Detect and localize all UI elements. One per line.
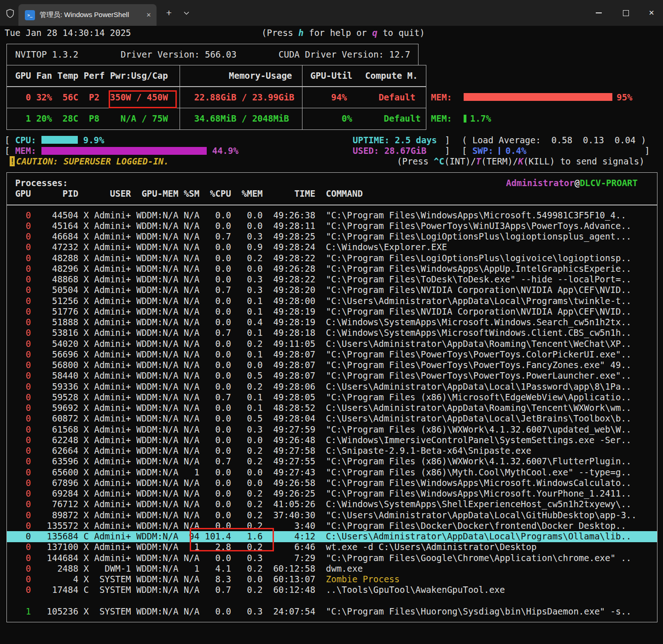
minimize-button[interactable] [588,0,609,26]
process-row: 0 59528 X Admini+ WDDM:N/A N/A 0.7 0.1 4… [5,392,631,403]
process-row: 0 144684 X Admini+ WDDM:N/A N/A 0.0 0.3 … [5,553,631,564]
gpu1-mem-gauge: MEM: 1.7% [431,113,491,124]
process-row: 0 63596 X Admini+ WDDM:N/A N/A 0.7 0.2 4… [5,456,631,467]
tab-close-icon[interactable]: ✕ [143,12,155,18]
load-average: ( Load Average: 0.58 0.13 0.04 ) [462,135,646,146]
panel-border [6,129,426,130]
gpu-table-header-compute: Compute M. [365,70,418,82]
panel-border [6,44,419,44]
process-row: 1 105236 X SYSTEM WDDM:N/A N/A 0.0 0.3 2… [5,606,631,617]
panel-border [418,44,419,65]
mem-usage-bar [41,147,207,155]
uptime: UPTIME: 2.5 days [353,135,437,146]
process-row: 0 65600 X Admini+ WDDM:N/A 1 0.0 0.0 49:… [5,467,631,478]
session-user: Administrator@DLCV-PROART [506,178,638,189]
minimize-icon [596,12,602,13]
gpu0-mem-gauge: MEM: 95% [431,92,633,103]
process-row: 0 48288 X Admini+ WDDM:N/A N/A 0.0 0.2 4… [5,253,631,264]
gpu-table-header-util: GPU-Util [310,70,353,82]
terminal[interactable]: Tue Jan 28 14:30:14 2025 (Press h for he… [0,26,663,644]
process-row: 0 17484 C SYSTEM WDDM:N/A N/A 0.7 0.2 60… [5,585,505,596]
gpu0-row: 0 32% 56C P2 350W / 450W 22.88GiB / 23.9… [5,92,415,103]
panel-border [6,205,657,205]
cuda-version: CUDA Driver Version: 12.7 [279,49,410,60]
process-table-header: GPU PID USER GPU-MEM %SM %CPU %MEM TIME … [5,188,363,199]
dropdown-chevron-icon[interactable] [180,0,192,26]
clock-line: Tue Jan 28 14:30:14 2025 [5,28,131,39]
nvitop-version: NVITOP 1.3.2 [15,49,78,60]
process-row: 0 48868 X Admini+ WDDM:N/A N/A 0.0 0.3 4… [5,274,631,285]
panel-border [426,65,426,129]
caution-cursor: ! [10,156,15,167]
gpu1-mem-bar [464,115,466,123]
panel-border [6,86,426,87]
processes-title: Processes: [15,178,68,189]
process-row: 0 53816 X Admini+ WDDM:N/A N/A 0.7 0.1 4… [5,328,631,339]
gpu-table-header-left: GPU Fan Temp Perf Pwr:Usg/Cap [15,70,168,82]
close-button[interactable]: ✕ [641,0,662,26]
cpu-usage-bar [41,136,78,144]
annotation-box-power [109,90,177,108]
process-row: 0 46684 X Admini+ WDDM:N/A N/A 0.7 0.3 4… [5,231,631,242]
tab-title: 管理员: Windows PowerShell [40,11,143,19]
process-row: 0 51888 X Admini+ WDDM:N/A N/A 0.0 0.4 4… [5,317,631,328]
process-row: 0 61568 X Admini+ WDDM:N/A N/A 0.0 0.3 4… [5,424,631,435]
process-row: 0 51776 X Admini+ WDDM:N/A N/A 0.0 0.1 4… [5,306,631,317]
panel-border [6,65,426,65]
mem-used: USED: 28.67GiB [353,146,426,157]
gpu0-mem-bar [464,93,612,101]
panel-border [6,108,426,108]
process-row: 0 59336 X Admini+ WDDM:N/A N/A 0.0 0.2 4… [5,381,631,392]
process-row: 0 54020 X Admini+ WDDM:N/A N/A 0.0 0.2 4… [5,339,631,350]
process-row: 0 2488 X DWM-1 WDDM:N/A 1 4.1 0.2 60:12:… [5,563,363,574]
process-row: 0 56696 X Admini+ WDDM:N/A N/A 0.0 0.1 4… [5,349,631,360]
process-row: 0 48296 X Admini+ WDDM:N/A N/A 0.0 0.0 4… [5,263,631,275]
cpu-gauge: [ CPU: 9.9% [5,135,104,146]
process-row: 0 89872 X Admini+ WDDM:N/A N/A 0.0 0.2 3… [5,510,637,521]
annotation-box-cpu-usage [190,528,274,551]
process-row: 0 62248 X Admini+ WDDM:N/A N/A 0.0 0.0 4… [5,435,631,446]
process-row: 0 58440 X Admini+ WDDM:N/A N/A 0.0 0.5 4… [5,370,631,381]
swap-gauge: [ SWP: 0.4% [462,146,526,157]
panel-border [657,172,657,622]
powershell-tab[interactable]: >_ 管理员: Windows PowerShell ✕ [18,4,157,26]
new-tab-button[interactable]: + [162,0,176,26]
process-row: 0 67896 X Admini+ WDDM:N/A N/A 0.0 0.0 4… [5,478,631,489]
mem-gauge: [ MEM: 44.9% [5,146,238,157]
gpu-table-header-memory: Memory-Usage [229,70,292,82]
process-row: 0 135572 X Admini+ WDDM:N/A N/A 0.0 0.2 … [5,521,626,532]
maximize-icon [623,10,629,16]
process-row: 0 69284 X Admini+ WDDM:N/A N/A 0.0 0.2 4… [5,488,631,499]
help-hint: (Press h for help or q to quit) [262,28,425,39]
process-row: 0 4 X SYSTEM WDDM:N/A N/A 8.3 0.0 60:13:… [5,574,400,585]
process-row: 0 56800 X Admini+ WDDM:N/A N/A 0.0 0.0 4… [5,360,631,371]
process-row: 0 76712 X Admini+ WDDM:N/A N/A 0.0 0.2 4… [5,499,631,510]
panel-border [6,172,657,173]
process-row: 0 47232 X Admini+ WDDM:N/A N/A 0.0 0.9 4… [5,242,447,253]
process-row: 0 50504 X Admini+ WDDM:N/A N/A 0.7 0.3 4… [5,285,631,296]
titlebar: >_ 管理员: Windows PowerShell ✕ + ✕ [0,0,663,26]
process-row: 0 44504 X Admini+ WDDM:N/A N/A 0.0 0.0 4… [5,210,626,221]
admin-shield-icon [5,8,15,18]
driver-version: Driver Version: 566.03 [121,49,237,60]
powershell-icon: >_ [25,10,35,20]
process-row: 0 51256 X Admini+ WDDM:N/A N/A 0.0 0.1 4… [5,296,631,307]
signals-hint: (Press ^C(INT)/T(TERM)/K(KILL) to send s… [397,156,645,167]
panel-border [6,622,657,622]
process-row: 0 135684 C Admini+ WDDM:N/A 94 101.4 1.6… [5,531,631,542]
caution-banner: CAUTION: SUPERUSER LOGGED-IN. [16,156,169,167]
process-row: 0 60872 X Admini+ WDDM:N/A N/A 0.0 0.5 4… [5,413,631,424]
process-row: 0 62664 X Admini+ WDDM:N/A N/A 0.0 0.2 4… [5,445,531,457]
maximize-button[interactable] [615,0,636,26]
gpu1-row: 1 20% 28C P8 N/A / 75W 34.68MiB / 2048Mi… [5,113,421,124]
process-row: 0 45164 X Admini+ WDDM:N/A N/A 0.0 0.0 4… [5,221,631,232]
process-row: 0 59692 X Admini+ WDDM:N/A N/A 0.0 0.1 4… [5,403,631,414]
